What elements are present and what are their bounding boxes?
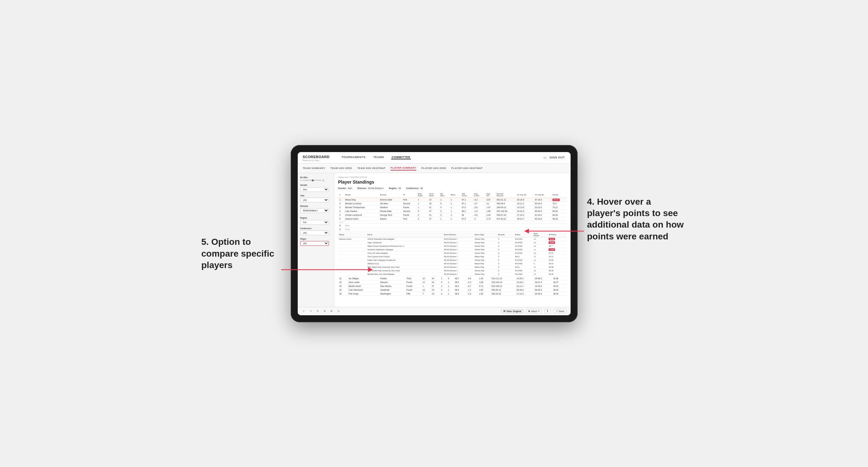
table-row[interactable]: 24 Bastien Amat New Mexico Fourth 1 27 2… xyxy=(338,284,567,288)
eth-status: Status xyxy=(514,232,533,238)
points-cell[interactable]: 40.27 xyxy=(552,280,566,284)
points-value[interactable]: 60.09 xyxy=(552,214,558,216)
points-cell[interactable]: 40.68 xyxy=(552,277,566,281)
copy-btn[interactable]: ⧉ xyxy=(322,309,327,313)
table-row[interactable]: 1 Wenyi Ding Arizona State First 1 15 1 … xyxy=(338,198,567,201)
sidebar-gender-select[interactable]: Men xyxy=(300,187,329,192)
points-cell[interactable]: 58.18 xyxy=(551,217,566,221)
ev-event: Southern Highlands Collegiate xyxy=(367,248,443,251)
points-cell[interactable]: 76.3 xyxy=(551,201,566,205)
points-value[interactable]: 58.18 xyxy=(552,218,558,220)
player-name-cell[interactable]: Michael La Sasso xyxy=(344,201,379,205)
points-value[interactable]: 70.21 xyxy=(552,206,558,209)
player-name-cell[interactable]: Christo Lamprecht xyxy=(344,213,379,217)
refresh-btn[interactable]: ⟳ xyxy=(316,309,320,313)
w-points-value[interactable]: 24.11 xyxy=(549,256,553,257)
w-points-badge[interactable]: 73.33 xyxy=(549,248,555,251)
points-value[interactable]: 68.94 xyxy=(552,210,558,212)
view-original-label: View: Original xyxy=(506,310,522,312)
player-name-cell[interactable]: Cole Sherwood xyxy=(347,288,379,292)
sub-nav-team-h2h-grid[interactable]: TEAM H2H GRID xyxy=(330,166,352,170)
ev-w-points[interactable]: 24.11 xyxy=(548,255,566,258)
points-value[interactable]: 76.3 xyxy=(552,203,557,205)
points-cell[interactable]: 70.21 xyxy=(551,205,566,209)
sidebar-conference-select[interactable]: (All) xyxy=(300,230,329,235)
w-points-badge[interactable]: 53.60 xyxy=(549,241,555,244)
ev-w-points[interactable]: 50.64 xyxy=(548,237,566,241)
redo-btn[interactable]: ↪ xyxy=(309,309,313,313)
sidebar-division-select[interactable]: NCAA Division I xyxy=(300,208,329,213)
points-badge[interactable]: 80.27 xyxy=(552,198,560,201)
eth-event: Event xyxy=(367,232,443,238)
player-name-cell[interactable]: Ian Gilligan xyxy=(347,277,379,281)
sub-nav-player-h2h-grid[interactable]: PLAYER H2H GRID xyxy=(422,166,446,170)
no-rds-cell: 0 xyxy=(440,288,446,292)
sidebar-player-select[interactable]: (All) xyxy=(300,241,329,246)
range-slider[interactable] xyxy=(302,180,321,181)
sub-nav-team-summary[interactable]: TEAM SUMMARY xyxy=(303,166,326,170)
th-reg-rank: RegRank xyxy=(416,192,428,198)
player-name-cell[interactable]: Bastien Amat xyxy=(347,284,379,288)
clock-btn[interactable]: ◷ xyxy=(336,309,341,313)
export-btn[interactable]: ⬆ xyxy=(545,309,551,313)
annotation-right: 4. Hover over a player's points to see a… xyxy=(587,196,686,243)
points-cell[interactable]: 68.94 xyxy=(551,209,566,213)
table-row[interactable]: 3 Michael Thorbjornsen Stanford Fourth 1… xyxy=(338,205,567,209)
ev-w-points[interactable]: 73.33 xyxy=(548,248,566,251)
player-name-cell[interactable]: Jackson Koivu xyxy=(344,217,379,221)
points-cell[interactable]: 38.49 xyxy=(552,292,566,295)
sub-nav-player-summary[interactable]: PLAYER SUMMARY xyxy=(391,166,416,170)
ev-w-points[interactable]: 25.98 xyxy=(548,265,566,269)
w-points-value[interactable]: 16.50 xyxy=(549,259,553,261)
sidebar-year-select[interactable]: (All) xyxy=(300,198,329,203)
nav-link-tournaments[interactable]: TOURNAMENTS xyxy=(341,156,366,159)
w-points-badge[interactable]: 50.64 xyxy=(549,238,555,240)
player-name-cell[interactable]: Wenyi Ding xyxy=(344,198,379,201)
player-name-cell[interactable]: Petr Hruby xyxy=(347,292,379,295)
undo-btn[interactable]: ↩ xyxy=(302,309,306,313)
watch-btn[interactable]: ◉ Watch ▾ xyxy=(526,309,542,313)
player-name-cell[interactable]: Luke Clanton xyxy=(344,209,379,213)
main-content: No Rds. 4 52 Gender Men xyxy=(298,173,570,307)
player-name-cell[interactable]: Michael Thorbjornsen xyxy=(344,205,379,209)
ev-w-points[interactable]: 67.57 xyxy=(548,251,566,255)
table-row[interactable]: 9Prest xyxy=(338,227,567,231)
sidebar-region-select[interactable]: N/A xyxy=(300,220,329,225)
sign-out-link[interactable]: Sign out xyxy=(549,156,565,159)
sub-nav-team-h2h-heatmap[interactable]: TEAM H2H HEATMAP xyxy=(357,166,385,170)
ev-w-points[interactable]: 30.47 xyxy=(548,262,566,265)
w-points-value[interactable]: 25.98 xyxy=(549,266,553,268)
table-row[interactable]: Nichi xyxy=(338,221,567,223)
w-points-value[interactable]: 67.57 xyxy=(549,252,553,254)
view-original-btn[interactable]: 👁 View: Original xyxy=(501,309,524,313)
table-row[interactable]: 26 Petr Hruby Washington Fifth 7 23 0 1 … xyxy=(338,292,567,295)
player-name-cell[interactable]: Jack Lundin xyxy=(347,280,379,284)
nav-link-committee[interactable]: COMMITTEE xyxy=(391,156,411,159)
ev-w-points[interactable]: 53.60 xyxy=(548,241,566,244)
table-row[interactable]: 5 Christo Lamprecht Georgia Tech Fourth … xyxy=(338,213,567,217)
w-points-value[interactable]: 56.18 xyxy=(549,270,553,272)
points-cell[interactable]: 40.02 xyxy=(552,284,566,288)
table-row[interactable]: 25 Cole Sherwood Vanderbilt Fourth 12 23… xyxy=(338,288,567,292)
points-cell[interactable]: 60.09 xyxy=(551,213,566,217)
table-row[interactable]: 8Matv xyxy=(338,223,567,227)
nav-link-teams[interactable]: TEAMS xyxy=(373,156,385,159)
table-row[interactable]: 22 Ian Gilligan Florida Third 10 24 1 0 … xyxy=(338,277,567,281)
w-points-value[interactable]: 46.7 xyxy=(549,245,552,247)
ev-w-points[interactable]: 16.50 xyxy=(548,258,566,262)
paste-btn[interactable]: ⊞ xyxy=(329,309,334,313)
sub-nav-player-h2h-heatmap[interactable]: PLAYER H2H HEATMAP xyxy=(452,166,483,170)
table-row[interactable]: 4 Luke Clanton Florida State Second 5 27… xyxy=(338,209,567,213)
table-row[interactable]: 23 Jack Lundin Missouri Fourth 11 24 0 1… xyxy=(338,280,567,284)
share-btn[interactable]: ↗ Share xyxy=(553,309,567,313)
points-cell[interactable]: 80.27 xyxy=(551,198,566,201)
w-points-value[interactable]: 46.40 xyxy=(549,273,553,275)
w-points-value[interactable]: 30.47 xyxy=(549,263,553,264)
table-row[interactable]: 6 Jackson Koivu Auburn First 2 27 1 1 67… xyxy=(338,217,567,221)
ev-w-points[interactable]: 46.7 xyxy=(548,244,566,248)
ev-w-points[interactable]: 56.18 xyxy=(548,269,566,272)
table-row[interactable]: 2 Michael La Sasso Ole Miss Second 1 18 … xyxy=(338,201,567,205)
ev-w-points[interactable]: 46.40 xyxy=(548,272,566,276)
ev-type: Stroke Play xyxy=(474,272,497,276)
points-cell[interactable]: 38.95 xyxy=(552,288,566,292)
